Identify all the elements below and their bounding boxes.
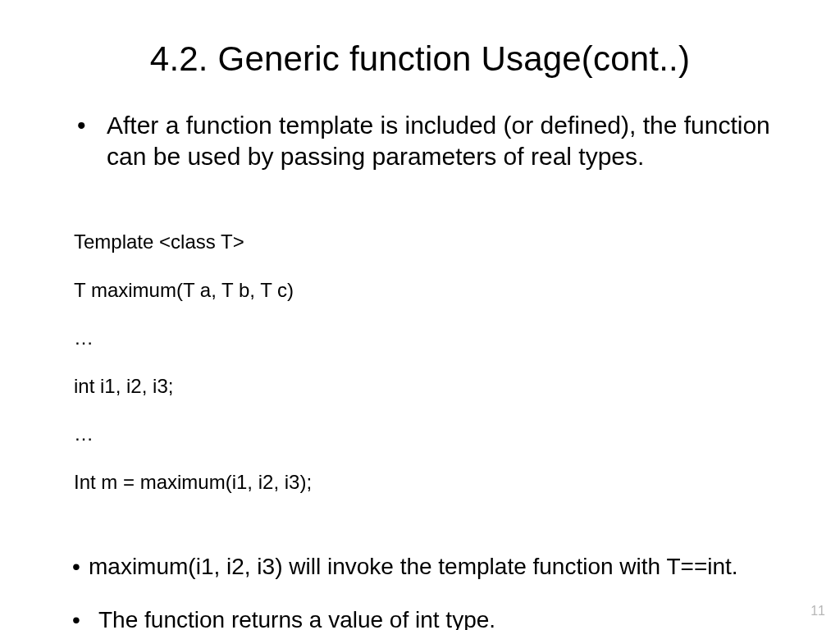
bullet-text: After a function template is included (o… [107,112,770,170]
slide: 4.2. Generic function Usage(cont..) Afte… [0,0,840,630]
code-line: … [74,422,774,445]
bullet-text: The function returns a value of int type… [98,607,495,630]
bullet-item: The function returns a value of int type… [98,605,774,630]
bullet-text: maximum(i1, i2, i3) will invoke the temp… [89,552,774,582]
code-line: … [74,326,774,349]
code-line: Int m = maximum(i1, i2, i3); [74,470,774,494]
bullet-item: maximum(i1, i2, i3) will invoke the temp… [98,552,774,582]
bullet-list-top: After a function template is included (o… [66,110,774,171]
code-line: Template <class T> [74,230,774,253]
code-line: T maximum(T a, T b, T c) [74,278,774,302]
bullet-list-bottom: maximum(i1, i2, i3) will invoke the temp… [66,552,774,630]
slide-title: 4.2. Generic function Usage(cont..) [66,39,774,79]
page-number: 11 [810,604,825,619]
code-line: int i1, i2, i3; [74,374,774,398]
bullet-item: After a function template is included (o… [107,110,774,171]
code-block: Template <class T> T maximum(T a, T b, T… [66,206,774,518]
